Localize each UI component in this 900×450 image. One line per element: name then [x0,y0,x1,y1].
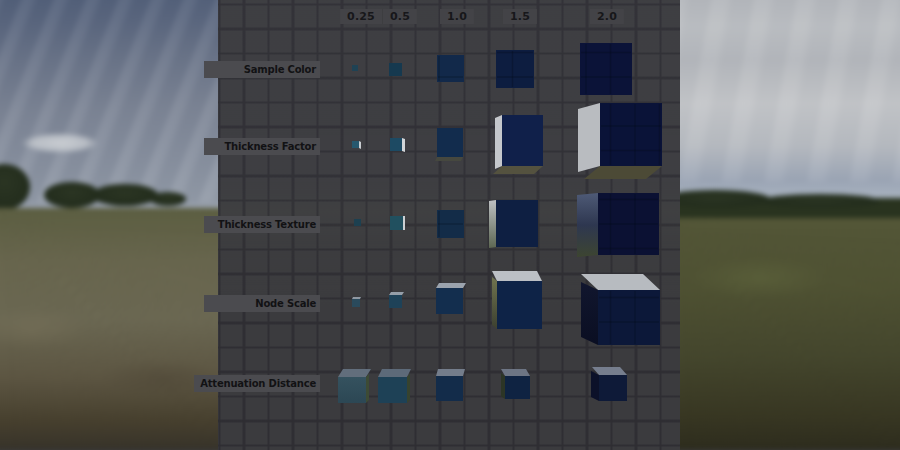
cube-r0-c2 [437,55,464,82]
cube-r2-c1 [390,216,405,230]
cube-r3-c3 [492,271,542,329]
test-cubes-layer [0,0,900,450]
cube-r1-c2 [435,128,463,161]
cube-r3-c0 [352,297,361,307]
cube-r4-c0 [338,369,371,403]
cube-r4-c4 [591,367,627,401]
cube-r2-c2 [437,210,464,238]
cube-r1-c3 [493,115,543,174]
cube-r0-c3 [496,50,534,88]
cube-r1-c4 [578,103,662,179]
3d-viewport[interactable]: 0.250.51.01.52.0 Sample ColorThickness F… [0,0,900,450]
cube-r0-c4 [580,43,632,95]
cube-r2-c4 [577,193,659,257]
cube-r4-c2 [436,369,465,401]
cube-r1-c1 [390,138,405,152]
cube-r2-c3 [489,200,538,248]
cube-r4-c1 [378,369,411,403]
cube-r1-c0 [352,141,361,149]
cube-r4-c3 [501,369,530,399]
cube-r2-c0 [354,219,361,226]
cube-r0-c1 [389,63,402,76]
cube-r3-c2 [436,283,466,314]
cube-r3-c4 [581,274,660,345]
cube-r0-c0 [352,65,358,71]
cube-r3-c1 [389,292,404,308]
